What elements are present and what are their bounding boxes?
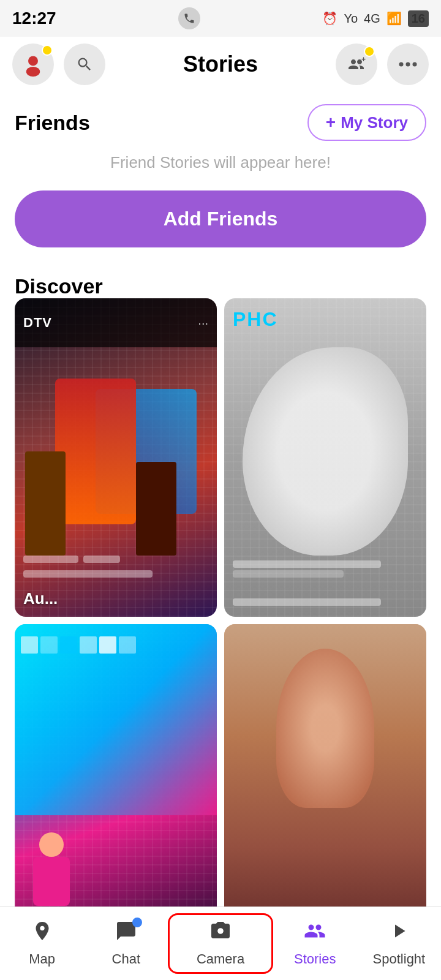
- chat-icon: [115, 920, 137, 948]
- card-1-row-1: [23, 553, 208, 565]
- card-3-head: [39, 832, 64, 857]
- avatar-wrapper[interactable]: [12, 43, 54, 85]
- discover-title: Discover: [15, 274, 103, 298]
- my-story-plus-icon: +: [326, 113, 336, 132]
- svg-point-3: [399, 62, 404, 67]
- card-3-body: [33, 857, 70, 906]
- card-3-pixels: [21, 636, 211, 654]
- card-1-blur-1: [23, 556, 78, 563]
- card-1-red-element: [55, 379, 136, 524]
- card-1-scene: [15, 347, 217, 556]
- discover-section: Discover DTV ···: [0, 260, 441, 943]
- svg-point-4: [406, 62, 410, 67]
- my-story-label: My Story: [341, 113, 408, 132]
- discover-card-2[interactable]: PHC: [224, 298, 426, 617]
- pixel-4: [80, 636, 97, 654]
- add-friend-notification-dot: [364, 46, 375, 57]
- alarm-icon: ⏰: [322, 11, 337, 26]
- pixel-1: [21, 636, 38, 654]
- avatar-notification-dot: [42, 45, 53, 56]
- camera-icon: [209, 920, 232, 948]
- page-title: Stories: [105, 51, 336, 77]
- camera-label: Camera: [197, 951, 244, 967]
- pixel-2: [40, 636, 58, 654]
- card-2-bottom-blur: [233, 598, 381, 606]
- signal-icon: Yo: [344, 12, 358, 26]
- add-friend-icon: +: [347, 57, 366, 72]
- add-friend-button[interactable]: +: [336, 43, 377, 85]
- card-1-text-blocks: [23, 553, 208, 580]
- wifi-icon: 📶: [386, 11, 402, 26]
- my-story-button[interactable]: + My Story: [307, 104, 426, 141]
- svg-point-5: [413, 62, 417, 67]
- header-right: +: [336, 43, 429, 85]
- card-1-top-bar: DTV ···: [15, 298, 217, 347]
- nav-item-chat[interactable]: Chat: [84, 914, 168, 973]
- pixel-3: [60, 636, 77, 654]
- chat-notification-dot: [132, 918, 142, 927]
- map-label: Map: [29, 951, 55, 967]
- bottom-navigation: Map Chat Camera Stories: [0, 907, 441, 980]
- stories-label: Stories: [294, 951, 336, 967]
- stories-icon: [304, 920, 326, 948]
- search-icon: [76, 56, 93, 73]
- card-4-content: [276, 649, 374, 808]
- card-3-person: [27, 832, 76, 918]
- card-1-label: Au...: [23, 589, 58, 608]
- card-1-top-right: ···: [198, 316, 208, 330]
- more-options-button[interactable]: [387, 43, 429, 85]
- pixel-6: [119, 636, 136, 654]
- pixel-5: [99, 636, 116, 654]
- status-icons: ⏰ Yo 4G 📶 16: [322, 10, 429, 27]
- card-2-blur-2: [233, 570, 344, 578]
- nav-item-camera[interactable]: Camera: [168, 913, 273, 974]
- card-2-text-blocks: [233, 558, 418, 580]
- svg-point-1: [26, 67, 40, 77]
- nav-item-spotlight[interactable]: Spotlight: [357, 914, 441, 973]
- discover-card-1[interactable]: DTV ··· Au...: [15, 298, 217, 617]
- nav-item-map[interactable]: Map: [0, 914, 84, 973]
- card-2-top: PHC: [233, 308, 278, 331]
- friends-title: Friends: [15, 111, 90, 135]
- avatar-person-icon: [21, 52, 45, 77]
- card-1-channel-label: DTV: [23, 315, 52, 331]
- spotlight-icon: [388, 920, 410, 948]
- card-1-bottom: Au...: [15, 581, 217, 617]
- chat-label: Chat: [112, 951, 140, 967]
- card-1-blur-3: [23, 570, 153, 578]
- card-2-blur-1: [233, 560, 381, 568]
- svg-text:+: +: [361, 57, 366, 64]
- card-1-person-1: [25, 451, 66, 556]
- friends-empty-message: Friend Stories will appear here!: [15, 153, 426, 172]
- discover-card-3[interactable]: [15, 624, 217, 943]
- status-time: 12:27: [12, 9, 56, 28]
- friends-header: Friends + My Story: [15, 104, 426, 141]
- card-2-bottom: [224, 587, 426, 617]
- battery-indicator: 16: [408, 10, 429, 27]
- card-2-channel-label: PHC: [233, 308, 278, 330]
- header-left: [12, 43, 105, 85]
- search-button[interactable]: [64, 43, 105, 85]
- friends-section: Friends + My Story Friend Stories will a…: [0, 92, 441, 260]
- map-icon: [31, 920, 53, 948]
- network-icon: 4G: [364, 12, 380, 26]
- card-1-blur-2: [83, 556, 120, 563]
- more-icon: [399, 62, 417, 67]
- add-friends-button[interactable]: Add Friends: [15, 190, 426, 247]
- nav-item-stories[interactable]: Stories: [273, 914, 357, 973]
- spotlight-label: Spotlight: [373, 951, 426, 967]
- card-1-person-2: [136, 462, 176, 556]
- status-bar: 12:27 ⏰ Yo 4G 📶 16: [0, 0, 441, 37]
- svg-point-0: [28, 56, 38, 66]
- discover-grid: DTV ··· Au...: [15, 298, 426, 943]
- discover-card-4[interactable]: [224, 624, 426, 943]
- phone-icon: [178, 7, 200, 29]
- app-header: Stories +: [0, 37, 441, 92]
